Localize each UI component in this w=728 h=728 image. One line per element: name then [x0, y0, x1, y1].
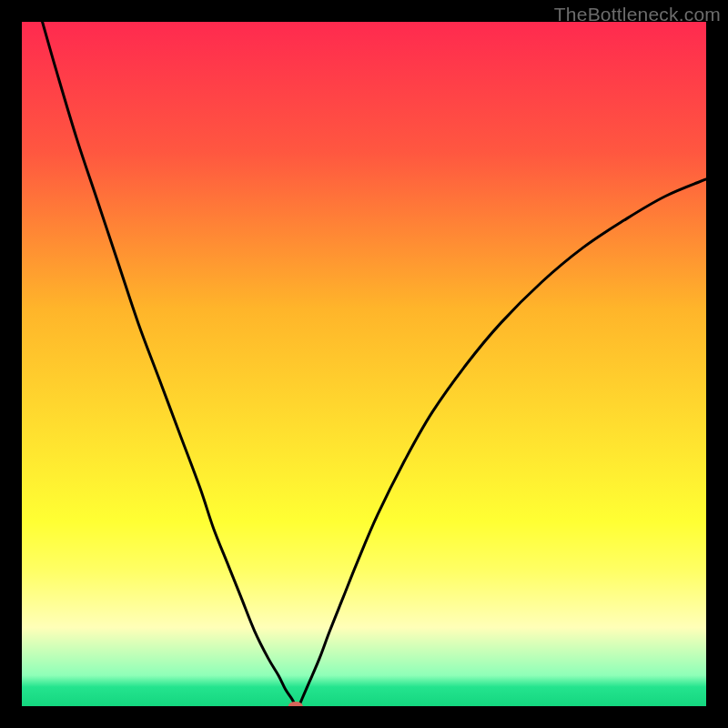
watermark-text: TheBottleneck.com: [554, 4, 721, 25]
chart-background: [22, 22, 706, 706]
bottleneck-chart: [22, 22, 706, 706]
chart-frame: TheBottleneck.com: [0, 0, 728, 728]
